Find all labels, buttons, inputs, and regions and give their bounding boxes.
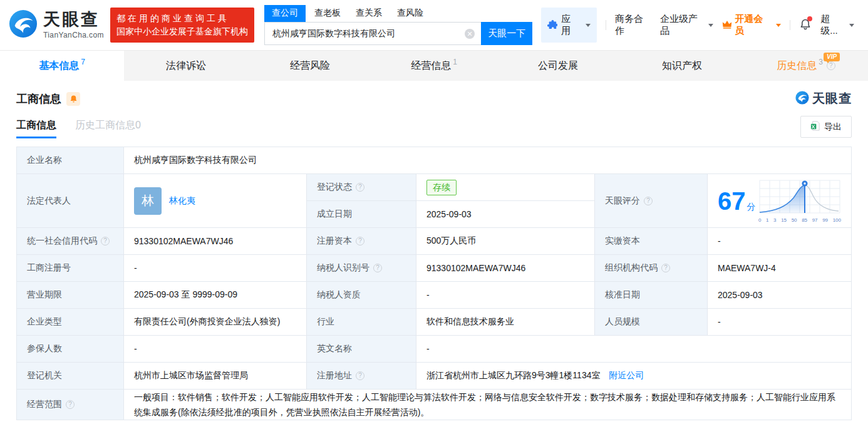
taxpayer-id-value: 91330102MAEWA7WJ46 [416, 255, 595, 282]
tab-label: 历史信息 [777, 59, 817, 73]
org-code-value: MAEWA7WJ-4 [708, 255, 852, 282]
tab-company-development[interactable]: 公司发展 [496, 51, 620, 81]
search-tab-company[interactable]: 查公司 [264, 5, 306, 22]
search-tab-boss[interactable]: 查老板 [314, 8, 341, 22]
avatar[interactable]: 林 [134, 187, 162, 215]
legal-rep-label: 法定代表人 [17, 174, 124, 228]
tianyancha-logo-icon [795, 91, 809, 107]
help-icon[interactable] [373, 264, 382, 272]
tab-basic-info[interactable]: 基本信息7 [0, 51, 124, 81]
business-scope-value: 一般项目：软件销售；软件开发；人工智能应用软件开发；人工智能理论与算法软件开发；… [124, 390, 852, 420]
taxpayer-id-label: 纳税人识别号 [307, 255, 416, 282]
tyc-score-value: 67 分 [708, 174, 852, 228]
tab-count: 7 [81, 58, 85, 66]
table-row: 企业类型 有限责任公司(外商投资企业法人独资) 行业 软件和信息技术服务业 人员… [17, 309, 852, 336]
table-row: 企业名称 杭州咸亨国际数字科技有限公司 [17, 147, 852, 174]
tianyancha-logo[interactable]: 天眼查 TianYanCha.com [9, 9, 104, 41]
company-name-value: 杭州咸亨国际数字科技有限公司 [124, 147, 852, 174]
search-input-wrap: ✕ [264, 22, 481, 45]
help-icon[interactable] [644, 197, 653, 205]
excel-icon [810, 121, 820, 133]
reg-capital-value: 500万人民币 [416, 228, 595, 255]
reg-address-label: 注册地址 [307, 363, 416, 390]
search-input[interactable] [265, 29, 481, 39]
super-vip-label: 超级... [820, 13, 846, 37]
nav-business-coop[interactable]: 商务合作 [615, 13, 651, 37]
help-icon[interactable] [356, 371, 364, 380]
open-vip-label: 开通会员 [735, 13, 770, 37]
divider [790, 20, 790, 30]
chevron-down-icon [708, 24, 713, 27]
approval-date-value: 2025-09-03 [708, 282, 852, 309]
search-tab-relation[interactable]: 查关系 [356, 8, 382, 22]
credit-code-label: 统一社会信用代码 [17, 228, 124, 255]
subtab-business-info[interactable]: 工商信息 [16, 119, 56, 138]
reg-address-text: 浙江省杭州市上城区九环路9号3幢1楼1134室 [426, 370, 600, 380]
tab-operation-risk[interactable]: 经营风险 [248, 51, 372, 81]
tab-legal-litigation[interactable]: 法律诉讼 [124, 51, 248, 81]
notifications-bell[interactable] [799, 18, 812, 33]
reg-authority-value: 杭州市上城区市场监督管理局 [124, 363, 307, 390]
help-icon[interactable] [101, 237, 110, 245]
nav-enterprise-products[interactable]: 企业级产品 [660, 13, 713, 37]
search-button[interactable]: 天眼一下 [481, 22, 532, 45]
tab-label: 法律诉讼 [166, 59, 206, 73]
company-type-label: 企业类型 [17, 309, 124, 336]
table-row: 参保人数 - 英文名称 - [17, 336, 852, 363]
table-row: 营业期限 2025-09-03 至 9999-09-09 纳税人资质 - 核准日… [17, 282, 852, 309]
tab-label: 公司发展 [538, 59, 578, 73]
credit-code-value: 91330102MAEWA7WJ46 [124, 228, 307, 255]
promo-line2: 国家中小企业发展子基金旗下机构 [116, 25, 248, 38]
tab-count: 1 [453, 58, 457, 66]
subscribe-bell-button[interactable] [66, 92, 80, 106]
help-icon[interactable] [356, 237, 364, 245]
reg-address-value: 浙江省杭州市上城区九环路9号3幢1楼1134室 附近公司 [416, 363, 852, 390]
help-icon[interactable] [661, 264, 670, 272]
tab-operation-info[interactable]: 经营信息1 [372, 51, 496, 81]
promo-line1: 都在用的商业查询工具 [116, 12, 248, 25]
score-number: 67 [718, 189, 746, 214]
reg-capital-label: 注册资本 [307, 228, 416, 255]
taxpayer-quality-label: 纳税人资质 [307, 282, 416, 309]
chevron-down-icon [776, 24, 781, 27]
subtab-history-business-info[interactable]: 历史工商信息0 [75, 119, 141, 138]
top-header: 天眼查 TianYanCha.com 都在用的商业查询工具 国家中小企业发展子基… [0, 0, 868, 50]
nav-super-vip[interactable]: 超级... [820, 13, 854, 37]
table-row: 登记机关 杭州市上城区市场监督管理局 注册地址 浙江省杭州市上城区九环路9号3幢… [17, 363, 852, 390]
page-tab-bar: 基本信息7 法律诉讼 经营风险 经营信息1 公司发展 知识产权 VIP 历史信息… [0, 50, 868, 81]
nav-open-vip[interactable]: 开通会员 [722, 13, 781, 37]
reg-status-label: 登记状态 [307, 174, 416, 201]
tyc-score-label: 天眼评分 [595, 174, 708, 228]
divider [606, 20, 606, 30]
company-name-label: 企业名称 [17, 147, 124, 174]
tianyancha-logo-icon [9, 9, 38, 41]
nearby-companies-link[interactable]: 附近公司 [609, 370, 644, 380]
business-scope-label: 经营范围 [17, 390, 124, 420]
help-icon[interactable] [356, 183, 364, 192]
table-row: 统一社会信用代码 91330102MAEWA7WJ46 注册资本 500万人民币… [17, 228, 852, 255]
tab-history-info[interactable]: VIP 历史信息3 [744, 51, 868, 81]
logo-title: 天眼查 [43, 11, 104, 28]
export-button[interactable]: 导出 [800, 116, 852, 138]
clear-icon[interactable]: ✕ [465, 29, 475, 39]
main-content: 工商信息 天眼查 工商信息 历史工商信息0 导出 [0, 90, 868, 420]
tab-intellectual-property[interactable]: 知识产权 [620, 51, 744, 81]
english-name-label: 英文名称 [307, 336, 416, 363]
promo-badge: 都在用的商业查询工具 国家中小企业发展子基金旗下机构 [110, 8, 254, 43]
legal-rep-link[interactable]: 林化夷 [169, 195, 195, 207]
approval-date-label: 核准日期 [595, 282, 708, 309]
staff-size-value: - [708, 309, 852, 336]
tab-count: 3 [819, 58, 823, 66]
tab-label: 知识产权 [662, 59, 702, 73]
score-distribution-chart: 0131550859799100 [758, 179, 841, 223]
tab-label: 经营风险 [290, 59, 330, 73]
header-right-nav: 应用 商务合作 企业级产品 开通会员 超级... [532, 8, 854, 43]
english-name-value: - [416, 336, 852, 363]
table-row: 法定代表人 林 林化夷 登记状态 存续 天眼评分 67 分 [17, 174, 852, 201]
apps-icon [547, 19, 557, 31]
business-info-table: 企业名称 杭州咸亨国际数字科技有限公司 法定代表人 林 林化夷 登记状态 存续 … [16, 147, 852, 420]
vip-badge: VIP [824, 53, 840, 61]
help-icon[interactable] [66, 400, 75, 409]
apps-menu[interactable]: 应用 [541, 8, 597, 43]
search-tab-risk[interactable]: 查风险 [397, 8, 423, 22]
